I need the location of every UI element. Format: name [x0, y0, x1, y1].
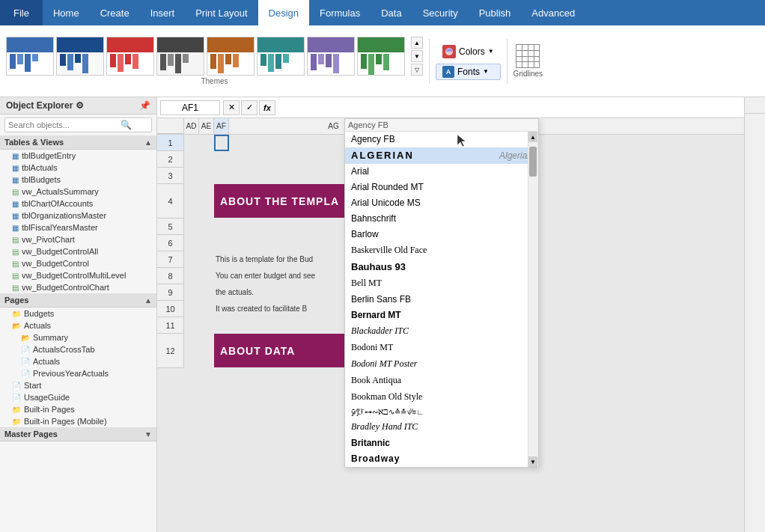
menu-insert[interactable]: Insert: [140, 0, 186, 25]
font-item-bookmanoldstyle[interactable]: Bookman Old Style: [345, 389, 538, 406]
theme-5[interactable]: [207, 37, 255, 76]
font-item-bradleyhanditc[interactable]: Bradley Hand ITC: [345, 419, 538, 435]
menu-security[interactable]: Security: [412, 0, 469, 25]
search-input[interactable]: [5, 118, 118, 132]
font-item-algerian[interactable]: ALGERIAN Algerian: [345, 147, 538, 164]
font-item-bellmt[interactable]: Bell MT: [345, 275, 538, 292]
tree-item-actualscrosstab[interactable]: 📄 ActualsCrossTab: [0, 343, 156, 355]
menu-formulas[interactable]: Formulas: [309, 0, 371, 25]
cell-AD4[interactable]: [184, 184, 199, 218]
row-num-5[interactable]: 5: [157, 218, 184, 235]
cell-AD12[interactable]: [184, 334, 199, 368]
row-num-9[interactable]: 9: [157, 284, 184, 301]
tree-item-start[interactable]: 📄 Start: [0, 379, 156, 391]
cell-AD10[interactable]: [184, 301, 199, 317]
tree-item-actuals[interactable]: 📂 Actuals: [0, 319, 156, 331]
theme-6[interactable]: [257, 37, 305, 76]
col-header-AF[interactable]: AF: [214, 118, 229, 134]
cell-AE4[interactable]: [199, 184, 214, 218]
font-item-bernardmt[interactable]: Bernard MT: [345, 308, 538, 323]
tree-item-vwActualsSummary[interactable]: ▤ vw_ActualsSummary: [0, 186, 156, 198]
cell-AE2[interactable]: [199, 151, 214, 168]
menu-publish[interactable]: Publish: [469, 0, 522, 25]
pin-icon[interactable]: 📌: [139, 100, 150, 111]
tree-item-tblFiscalYearsMaster[interactable]: ▦ tblFiscalYearsMaster: [0, 221, 156, 233]
theme-4[interactable]: [156, 37, 204, 76]
menu-design[interactable]: Design: [258, 0, 309, 25]
font-item-agencyfb[interactable]: Agency FB: [345, 132, 538, 147]
menu-advanced[interactable]: Advanced: [521, 0, 585, 25]
cell-AD5[interactable]: [184, 218, 199, 235]
row-num-4[interactable]: 4: [157, 184, 184, 218]
tree-item-vwPivotChart[interactable]: ▤ vw_PivotChart: [0, 233, 156, 245]
col-header-AD[interactable]: AD: [184, 118, 199, 134]
font-item-blackadder[interactable]: Blackadder ITC: [345, 323, 538, 340]
font-item-barlow[interactable]: Barlow: [345, 227, 538, 242]
cell-AD9[interactable]: [184, 284, 199, 301]
tree-item-actuals-child[interactable]: 📄 Actuals: [0, 355, 156, 367]
tree-item-vwBudgetControlMultiLevel[interactable]: ▤ vw_BudgetControlMultiLevel: [0, 269, 156, 281]
font-item-arial[interactable]: Arial: [345, 164, 538, 180]
font-item-baskervilleoldface[interactable]: Baskerville Old Face: [345, 242, 538, 259]
tree-item-tblActuals[interactable]: ▦ tblActuals: [0, 162, 156, 174]
theme-1[interactable]: [6, 37, 54, 76]
masterpages-section[interactable]: Master Pages ▼: [0, 427, 156, 441]
tree-item-builtinpagesmobile[interactable]: 📁 Built-in Pages (Mobile): [0, 415, 156, 427]
tree-item-summary[interactable]: 📂 Summary: [0, 331, 156, 343]
tree-item-tblOrganizationsMaster[interactable]: ▦ tblOrganizationsMaster: [0, 210, 156, 221]
tree-item-vwBudgetControlChart[interactable]: ▤ vw_BudgetControlChart: [0, 281, 156, 293]
theme-2[interactable]: [56, 37, 104, 76]
theme-7[interactable]: [307, 37, 355, 76]
colors-button[interactable]: Colors ▼: [436, 43, 501, 61]
menu-create[interactable]: Create: [90, 0, 140, 25]
font-item-bauhaus93[interactable]: Bauhaus 93: [345, 259, 538, 275]
col-header-AE[interactable]: AE: [199, 118, 214, 134]
font-item-symbols[interactable]: ȳ∕∫ℱ⊶∾ℵℶ∿≙≛√∕≡∟: [345, 406, 538, 419]
font-item-arialunicode[interactable]: Arial Unicode MS: [345, 195, 538, 211]
scrollbar-down-arrow[interactable]: ▼: [528, 456, 537, 467]
cell-AD8[interactable]: [184, 268, 199, 284]
theme-scroll-up[interactable]: ▲: [411, 37, 423, 49]
cell-AE1[interactable]: [199, 135, 214, 151]
font-item-berlinsansfb[interactable]: Berlin Sans FB: [345, 292, 538, 308]
row-num-2[interactable]: 2: [157, 151, 184, 168]
row-num-11[interactable]: 11: [157, 317, 184, 334]
fonts-button[interactable]: A Fonts ▼: [436, 64, 501, 80]
scrollbar-thumb[interactable]: [529, 147, 537, 177]
formula-cancel-button[interactable]: ✕: [223, 100, 240, 115]
search-icon[interactable]: 🔍: [118, 118, 135, 132]
cell-AE12[interactable]: [199, 334, 214, 368]
cell-AE3[interactable]: [199, 168, 214, 184]
theme-scroll-expand[interactable]: ▼: [411, 50, 423, 62]
row-num-7[interactable]: 7: [157, 251, 184, 268]
cell-AF1[interactable]: [214, 135, 229, 151]
row-num-8[interactable]: 8: [157, 268, 184, 284]
row-num-1[interactable]: 1: [157, 135, 184, 151]
gridlines-button[interactable]: [516, 44, 540, 68]
font-item-britannic[interactable]: Britannic: [345, 435, 538, 451]
menu-home[interactable]: Home: [43, 0, 90, 25]
tree-item-vwBudgetControl[interactable]: ▤ vw_BudgetControl: [0, 257, 156, 269]
cell-AE10[interactable]: [199, 301, 214, 317]
cell-AD2[interactable]: [184, 151, 199, 168]
row-num-3[interactable]: 3: [157, 168, 184, 184]
row-num-12[interactable]: 12: [157, 334, 184, 368]
cell-AE8[interactable]: [199, 268, 214, 284]
row-num-10[interactable]: 10: [157, 301, 184, 317]
tree-item-vwBudgetControlAll[interactable]: ▤ vw_BudgetControlAll: [0, 245, 156, 257]
cell-reference-input[interactable]: [160, 100, 220, 115]
theme-8[interactable]: [357, 37, 405, 76]
cell-AE9[interactable]: [199, 284, 214, 301]
font-item-arialroundedmt[interactable]: Arial Rounded MT: [345, 180, 538, 195]
formula-confirm-button[interactable]: ✓: [241, 100, 257, 115]
row-num-6[interactable]: 6: [157, 235, 184, 251]
formula-input[interactable]: [278, 101, 741, 114]
tree-item-previousyearactuals[interactable]: 📄 PreviousYearActuals: [0, 367, 156, 379]
menu-data[interactable]: Data: [371, 0, 412, 25]
cell-AD1[interactable]: [184, 135, 199, 151]
cell-AD7[interactable]: [184, 251, 199, 268]
font-item-bodonimtposter[interactable]: Bodoni MT Poster: [345, 356, 538, 373]
menu-file[interactable]: File: [0, 0, 43, 25]
font-item-bookantiqua[interactable]: Book Antiqua: [345, 373, 538, 389]
cell-AE7[interactable]: [199, 251, 214, 268]
